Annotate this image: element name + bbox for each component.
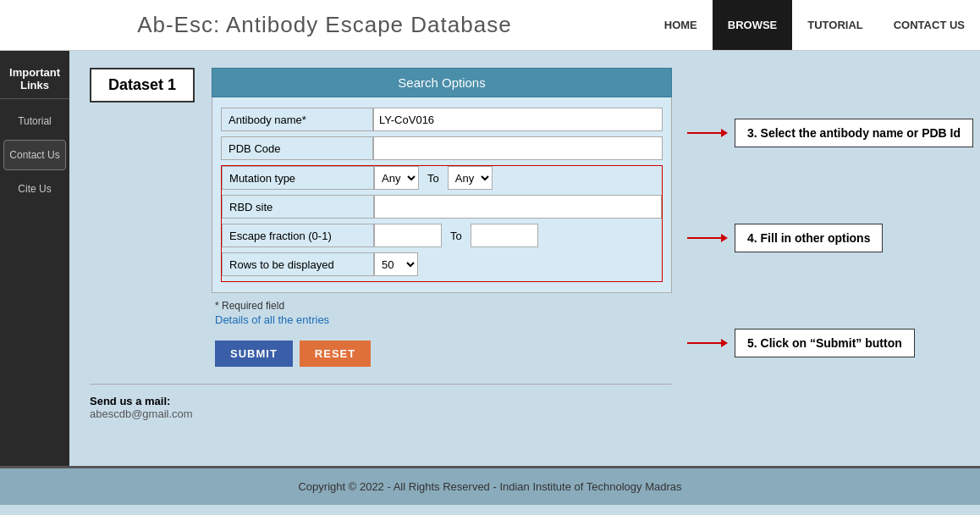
nav-contact[interactable]: CONTACT US — [878, 0, 980, 50]
rows-label: Rows to be displayed — [222, 252, 374, 276]
btn-row: SUBMIT RESET — [215, 341, 672, 367]
annotation-antibody-row: 3. Select the antibody name or PDB Id — [680, 119, 960, 147]
arrow-submit — [687, 339, 728, 347]
submit-button[interactable]: SUBMIT — [215, 341, 293, 367]
escape-inputs: To — [374, 224, 538, 247]
mail-label: Send us a mail: — [90, 395, 170, 407]
escape-row: Escape fraction (0-1) To — [222, 224, 662, 247]
sidebar-item-tutorial[interactable]: Tutorial — [3, 106, 66, 136]
escape-to-label: To — [447, 230, 465, 242]
arrow-antibody — [687, 129, 728, 137]
rows-row: Rows to be displayed 50 100 200 — [222, 252, 662, 276]
pdb-row: PDB Code — [221, 136, 663, 160]
mutation-to-label: To — [424, 172, 443, 185]
top-nav: Ab-Esc: Antibody Escape Database HOME BR… — [0, 0, 980, 51]
sidebar: Important Links Tutorial Contact Us Cite… — [0, 51, 69, 466]
search-header: Search Options — [212, 68, 672, 97]
antibody-row: Antibody name* — [221, 108, 663, 131]
nav-tutorial[interactable]: TUTORIAL — [792, 0, 878, 50]
content-area: Dataset 1 Search Options Antibody name* — [69, 51, 980, 466]
escape-to-input[interactable] — [471, 224, 538, 247]
annotation-fill-row: 4. Fill in other options — [680, 224, 960, 252]
footer: Copyright © 2022 - All Rights Reserved -… — [0, 466, 980, 505]
main-layout: Important Links Tutorial Contact Us Cite… — [0, 51, 980, 466]
red-border-group: Mutation type Any To Any — [221, 165, 663, 282]
sidebar-item-cite[interactable]: Cite Us — [3, 174, 66, 204]
sidebar-item-contact[interactable]: Contact Us — [3, 140, 66, 170]
escape-fraction-label: Escape fraction (0-1) — [222, 224, 374, 247]
sidebar-header: Important Links — [0, 59, 69, 99]
pdb-code-label: PDB Code — [221, 136, 373, 160]
rows-select[interactable]: 50 100 200 — [374, 252, 418, 276]
left-col: Dataset 1 Search Options Antibody name* — [90, 68, 672, 420]
footer-text: Copyright © 2022 - All Rights Reserved -… — [298, 480, 681, 493]
details-link[interactable]: Details of all the entries — [215, 313, 329, 326]
right-col: 3. Select the antibody name or PDB Id 4.… — [672, 68, 960, 357]
mutation-selects: Any To Any — [374, 166, 493, 190]
mail-address: abescdb@gmail.com — [90, 407, 193, 420]
mutation-type-label: Mutation type — [222, 166, 374, 190]
required-note: * Required field — [215, 300, 672, 312]
annotation-submit-row: 5. Click on “Submit” button — [680, 329, 960, 357]
antibody-name-label: Antibody name* — [221, 108, 373, 131]
search-box: Search Options Antibody name* PDB Code — [212, 68, 672, 293]
mutation-to-select[interactable]: Any — [448, 166, 493, 190]
mutation-from-select[interactable]: Any — [374, 166, 419, 190]
annotation-fill: 4. Fill in other options — [735, 224, 883, 252]
search-body: Antibody name* PDB Code — [212, 97, 672, 293]
nav-home[interactable]: HOME — [649, 0, 713, 50]
nav-browse[interactable]: BROWSE — [713, 0, 793, 50]
nav-links: HOME BROWSE TUTORIAL CONTACT US — [649, 0, 980, 50]
outer-layout: Dataset 1 Search Options Antibody name* — [90, 68, 960, 420]
arrow-fill — [687, 234, 728, 242]
annotation-antibody: 3. Select the antibody name or PDB Id — [735, 119, 973, 147]
site-title: Ab-Esc: Antibody Escape Database — [0, 12, 649, 38]
mutation-row: Mutation type Any To Any — [222, 166, 662, 190]
antibody-name-input[interactable] — [373, 108, 663, 131]
rbd-row: RBD site — [222, 195, 662, 219]
reset-button[interactable]: RESET — [300, 341, 371, 367]
annotation-submit: 5. Click on “Submit” button — [735, 329, 915, 357]
mail-section: Send us a mail: abescdb@gmail.com — [90, 384, 672, 420]
rbd-site-input[interactable] — [374, 195, 662, 219]
escape-from-input[interactable] — [374, 224, 442, 247]
dataset-label: Dataset 1 — [90, 68, 195, 102]
dataset-panel: Dataset 1 Search Options Antibody name* — [90, 68, 672, 293]
rbd-site-label: RBD site — [222, 195, 374, 219]
pdb-code-input[interactable] — [373, 136, 663, 160]
